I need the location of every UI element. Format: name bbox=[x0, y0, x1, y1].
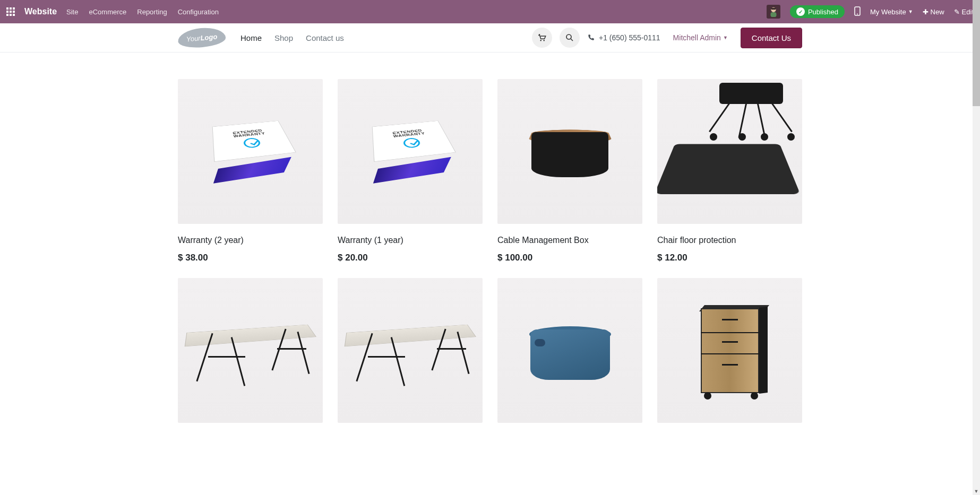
published-label: Published bbox=[808, 8, 838, 16]
svg-point-6 bbox=[544, 40, 545, 41]
phone-number: +1 (650) 555-0111 bbox=[599, 33, 660, 42]
product-card[interactable]: EXTENDEDWARRANTY Warranty (1 year) $ 20.… bbox=[338, 79, 483, 263]
product-image bbox=[497, 79, 642, 224]
product-card[interactable] bbox=[657, 278, 802, 423]
site-header-right: +1 (650) 555-0111 Mitchell Admin ▼ Conta… bbox=[532, 28, 802, 48]
product-card[interactable] bbox=[497, 278, 642, 423]
cart-icon bbox=[537, 33, 547, 42]
product-title: Chair floor protection bbox=[657, 236, 802, 245]
menu-reporting[interactable]: Reporting bbox=[137, 8, 167, 16]
product-card[interactable]: Cable Management Box $ 100.00 bbox=[497, 79, 642, 263]
apps-icon[interactable] bbox=[6, 7, 15, 16]
topbar-menu: Site eCommerce Reporting Configuration bbox=[66, 8, 219, 16]
menu-site[interactable]: Site bbox=[66, 8, 78, 16]
svg-line-8 bbox=[571, 39, 573, 41]
check-icon: ✓ bbox=[796, 7, 805, 16]
nav-shop[interactable]: Shop bbox=[274, 33, 293, 42]
svg-point-5 bbox=[540, 40, 541, 41]
edit-label: Edit bbox=[962, 8, 974, 16]
menu-configuration[interactable]: Configuration bbox=[178, 8, 219, 16]
vertical-scrollbar[interactable]: ▼ bbox=[973, 0, 980, 439]
product-section: EXTENDEDWARRANTY Warranty (2 year) $ 38.… bbox=[171, 53, 809, 439]
product-image bbox=[657, 79, 802, 224]
svg-rect-1 bbox=[770, 12, 776, 17]
cart-button[interactable] bbox=[532, 28, 552, 48]
product-price: $ 12.00 bbox=[657, 253, 802, 263]
product-title: Warranty (2 year) bbox=[178, 236, 323, 245]
nav-home[interactable]: Home bbox=[240, 33, 262, 42]
product-image: EXTENDEDWARRANTY bbox=[178, 79, 323, 224]
product-title: Warranty (1 year) bbox=[338, 236, 483, 245]
caret-down-icon: ▼ bbox=[723, 35, 728, 40]
product-title: Cable Management Box bbox=[497, 236, 642, 245]
my-website-label: My Website bbox=[870, 8, 906, 16]
product-price: $ 38.00 bbox=[178, 253, 323, 263]
product-image bbox=[657, 278, 802, 423]
product-card[interactable] bbox=[338, 278, 483, 423]
product-card[interactable] bbox=[178, 278, 323, 423]
svg-rect-2 bbox=[771, 8, 776, 10]
user-dropdown[interactable]: Mitchell Admin ▼ bbox=[673, 33, 728, 42]
nav-contact[interactable]: Contact us bbox=[306, 33, 344, 42]
logo-logo: Logo bbox=[200, 32, 218, 42]
pencil-icon: ✎ bbox=[954, 8, 960, 16]
product-image: EXTENDEDWARRANTY bbox=[338, 79, 483, 224]
scrollbar-thumb[interactable] bbox=[973, 0, 980, 106]
search-button[interactable] bbox=[560, 28, 580, 48]
new-button[interactable]: ✚ New bbox=[923, 8, 944, 16]
new-label: New bbox=[931, 8, 944, 16]
caret-down-icon: ▼ bbox=[908, 9, 913, 14]
site-logo[interactable]: YourLogo bbox=[177, 26, 227, 49]
edit-button[interactable]: ✎ Edit bbox=[954, 8, 974, 16]
app-topbar: Website Site eCommerce Reporting Configu… bbox=[0, 0, 980, 23]
product-grid: EXTENDEDWARRANTY Warranty (2 year) $ 38.… bbox=[178, 79, 802, 423]
product-card[interactable]: EXTENDEDWARRANTY Warranty (2 year) $ 38.… bbox=[178, 79, 323, 263]
topbar-right: ✓ Published My Website ▼ ✚ New ✎ Edit bbox=[767, 5, 974, 19]
product-image bbox=[338, 278, 483, 423]
topbar-left: Website Site eCommerce Reporting Configu… bbox=[6, 7, 219, 16]
site-nav: Home Shop Contact us bbox=[240, 33, 344, 42]
product-image bbox=[178, 278, 323, 423]
search-icon bbox=[565, 33, 574, 42]
logo-your: Your bbox=[186, 34, 201, 43]
menu-ecommerce[interactable]: eCommerce bbox=[89, 8, 126, 16]
user-name: Mitchell Admin bbox=[673, 33, 721, 42]
phone-info: +1 (650) 555-0111 bbox=[587, 33, 660, 42]
published-toggle[interactable]: ✓ Published bbox=[790, 5, 845, 18]
user-avatar[interactable] bbox=[767, 5, 780, 19]
mobile-preview-icon[interactable] bbox=[854, 6, 861, 18]
my-website-dropdown[interactable]: My Website ▼ bbox=[870, 8, 913, 16]
product-image bbox=[497, 278, 642, 423]
product-price: $ 20.00 bbox=[338, 253, 483, 263]
svg-point-4 bbox=[857, 13, 858, 14]
phone-icon bbox=[587, 34, 595, 41]
app-title[interactable]: Website bbox=[24, 7, 57, 16]
svg-point-7 bbox=[566, 34, 571, 39]
site-header: YourLogo Home Shop Contact us +1 (650) 5… bbox=[0, 23, 980, 53]
plus-icon: ✚ bbox=[923, 8, 929, 16]
product-price: $ 100.00 bbox=[497, 253, 642, 263]
product-card[interactable]: Chair floor protection $ 12.00 bbox=[657, 79, 802, 263]
contact-us-button[interactable]: Contact Us bbox=[741, 28, 802, 48]
